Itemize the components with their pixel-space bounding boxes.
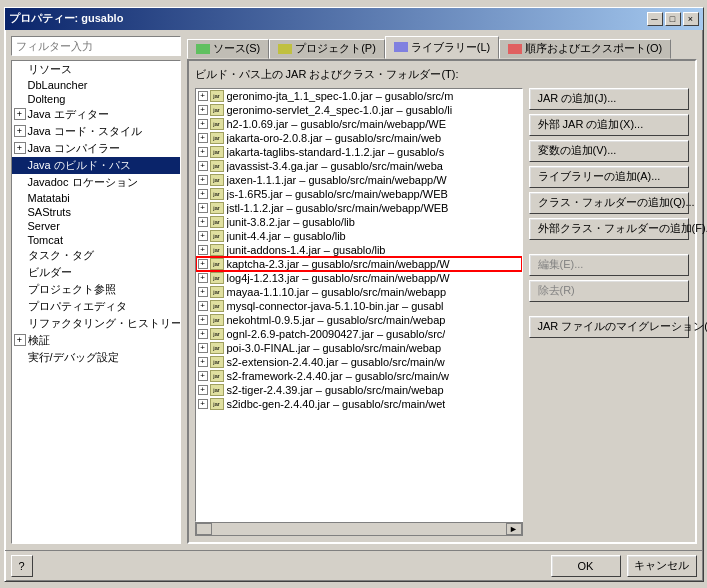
expander-icon[interactable]: +: [14, 334, 26, 346]
close-button[interactable]: ×: [683, 12, 699, 26]
jar-item[interactable]: + jar mayaa-1.1.10.jar – gusablo/src/mai…: [196, 285, 522, 299]
tab-icon: [394, 42, 408, 52]
remove-button[interactable]: 除去(R): [529, 280, 689, 302]
tree-item-resources[interactable]: リソース: [12, 61, 180, 78]
tree-item-project-ref[interactable]: プロジェクト参照: [12, 281, 180, 298]
jar-expander[interactable]: +: [198, 217, 208, 227]
jar-item[interactable]: + jar s2idbc-gen-2.4.40.jar – gusablo/sr…: [196, 397, 522, 411]
jar-expander[interactable]: +: [198, 105, 208, 115]
jar-item[interactable]: + jar geronimo-jta_1.1_spec-1.0.jar – gu…: [196, 89, 522, 103]
filter-input[interactable]: [11, 36, 181, 56]
cancel-button[interactable]: キャンセル: [627, 555, 697, 577]
jar-item[interactable]: + jar junit-addons-1.4.jar – gusablo/lib: [196, 243, 522, 257]
jar-item[interactable]: + jar junit-4.4.jar – gusablo/lib: [196, 229, 522, 243]
maximize-button[interactable]: □: [665, 12, 681, 26]
tree-item-javadoc[interactable]: Javadoc ロケーション: [12, 174, 180, 191]
jar-expander[interactable]: +: [198, 133, 208, 143]
tree-item-java-compiler[interactable]: +Java コンパイラー: [12, 140, 180, 157]
expander-icon[interactable]: +: [14, 125, 26, 137]
jar-expander[interactable]: +: [198, 245, 208, 255]
tree-item-task-tag[interactable]: タスク・タグ: [12, 247, 180, 264]
tree-item-dblauncher[interactable]: DbLauncher: [12, 78, 180, 92]
jar-expander[interactable]: +: [198, 399, 208, 409]
horizontal-scrollbar[interactable]: ►: [195, 522, 523, 536]
help-button[interactable]: ?: [11, 555, 33, 577]
tree-item-test[interactable]: +検証: [12, 332, 180, 349]
jar-item[interactable]: + jar javassist-3.4.ga.jar – gusablo/src…: [196, 159, 522, 173]
add-external-class-folder-button[interactable]: 外部クラス・フォルダーの追加(F)...: [529, 218, 689, 240]
jar-item[interactable]: + jar jaxen-1.1.1.jar – gusablo/src/main…: [196, 173, 522, 187]
add-class-folder-button[interactable]: クラス・フォルダーの追加(Q)...: [529, 192, 689, 214]
jar-item[interactable]: + jar s2-extension-2.4.40.jar – gusablo/…: [196, 355, 522, 369]
add-variable-button[interactable]: 変数の追加(V)...: [529, 140, 689, 162]
tree-item-builder[interactable]: ビルダー: [12, 264, 180, 281]
add-library-button[interactable]: ライブラリーの追加(A)...: [529, 166, 689, 188]
tab-project[interactable]: プロジェクト(P): [269, 39, 385, 59]
jar-list-area: + jar geronimo-jta_1.1_spec-1.0.jar – gu…: [195, 88, 689, 536]
expander-icon[interactable]: +: [14, 108, 26, 120]
jar-item[interactable]: + jar jakarta-oro-2.0.8.jar – gusablo/sr…: [196, 131, 522, 145]
tree-item-java-build-path[interactable]: Java のビルド・パス: [12, 157, 180, 174]
jar-expander[interactable]: +: [198, 91, 208, 101]
add-jar-button[interactable]: JAR の追加(J)...: [529, 88, 689, 110]
jar-expander[interactable]: +: [198, 371, 208, 381]
jar-expander[interactable]: +: [198, 119, 208, 129]
jar-item[interactable]: + jar nekohtml-0.9.5.jar – gusablo/src/m…: [196, 313, 522, 327]
jar-item[interactable]: + jar poi-3.0-FINAL.jar – gusablo/src/ma…: [196, 341, 522, 355]
tree-item-server[interactable]: Server: [12, 219, 180, 233]
jar-expander[interactable]: +: [198, 315, 208, 325]
jar-expander[interactable]: +: [198, 329, 208, 339]
jar-expander[interactable]: +: [198, 301, 208, 311]
jar-icon: jar: [210, 104, 224, 116]
jar-expander[interactable]: +: [198, 231, 208, 241]
jar-expander[interactable]: +: [198, 175, 208, 185]
jar-list[interactable]: + jar geronimo-jta_1.1_spec-1.0.jar – gu…: [195, 88, 523, 522]
jar-item[interactable]: + jar junit-3.8.2.jar – gusablo/lib: [196, 215, 522, 229]
jar-item[interactable]: + jar jstl-1.1.2.jar – gusablo/src/main/…: [196, 201, 522, 215]
tab-order[interactable]: 順序およびエクスポート(O): [499, 39, 671, 59]
jar-item[interactable]: + jar geronimo-servlet_2.4_spec-1.0.jar …: [196, 103, 522, 117]
expander-icon[interactable]: +: [14, 142, 26, 154]
tree-item-label: リソース: [28, 62, 72, 77]
tab-libraries[interactable]: ライブラリー(L): [385, 36, 499, 59]
jar-item[interactable]: + jar s2-framework-2.4.40.jar – gusablo/…: [196, 369, 522, 383]
jar-item[interactable]: + jar jakarta-taglibs-standard-1.1.2.jar…: [196, 145, 522, 159]
jar-expander[interactable]: +: [198, 357, 208, 367]
tree-item-dolteng[interactable]: Dolteng: [12, 92, 180, 106]
tree-item-property-editor[interactable]: プロパティエディタ: [12, 298, 180, 315]
jar-expander[interactable]: +: [198, 189, 208, 199]
jar-expander[interactable]: +: [198, 259, 208, 269]
tree-item-java-editor[interactable]: +Java エディター: [12, 106, 180, 123]
jar-label: s2-framework-2.4.40.jar – gusablo/src/ma…: [227, 370, 450, 382]
jar-item[interactable]: + jar mysql-connector-java-5.1.10-bin.ja…: [196, 299, 522, 313]
tree-item-label: Java コード・スタイル: [28, 124, 142, 139]
add-external-jar-button[interactable]: 外部 JAR の追加(X)...: [529, 114, 689, 136]
jar-item[interactable]: + jar ognl-2.6.9-patch-20090427.jar – gu…: [196, 327, 522, 341]
jar-item[interactable]: + jar s2-tiger-2.4.39.jar – gusablo/src/…: [196, 383, 522, 397]
jar-item[interactable]: + jar log4j-1.2.13.jar – gusablo/src/mai…: [196, 271, 522, 285]
jar-expander[interactable]: +: [198, 203, 208, 213]
tree-item-java-code-style[interactable]: +Java コード・スタイル: [12, 123, 180, 140]
jar-item[interactable]: + jar h2-1.0.69.jar – gusablo/src/main/w…: [196, 117, 522, 131]
jar-expander[interactable]: +: [198, 273, 208, 283]
jar-expander[interactable]: +: [198, 385, 208, 395]
tree-item-sastruts[interactable]: SAStruts: [12, 205, 180, 219]
tree-item-run-debug[interactable]: 実行/デバッグ設定: [12, 349, 180, 366]
jar-label: poi-3.0-FINAL.jar – gusablo/src/main/web…: [227, 342, 442, 354]
jar-item[interactable]: + jar js-1.6R5.jar – gusablo/src/main/we…: [196, 187, 522, 201]
jar-expander[interactable]: +: [198, 147, 208, 157]
edit-button[interactable]: 編集(E)...: [529, 254, 689, 276]
tree-panel[interactable]: リソースDbLauncherDolteng+Java エディター+Java コー…: [11, 60, 181, 544]
jar-expander[interactable]: +: [198, 161, 208, 171]
tab-source[interactable]: ソース(S): [187, 39, 270, 59]
tree-item-matatabi[interactable]: Matatabi: [12, 191, 180, 205]
ok-button[interactable]: OK: [551, 555, 621, 577]
jar-item[interactable]: + jar kaptcha-2.3.jar – gusablo/src/main…: [196, 257, 522, 271]
tree-item-refactoring[interactable]: リファクタリング・ヒストリー: [12, 315, 180, 332]
jar-icon: jar: [210, 216, 224, 228]
jar-expander[interactable]: +: [198, 287, 208, 297]
jar-expander[interactable]: +: [198, 343, 208, 353]
minimize-button[interactable]: ─: [647, 12, 663, 26]
tree-item-tomcat[interactable]: Tomcat: [12, 233, 180, 247]
migrate-button[interactable]: JAR ファイルのマイグレーション(M)...: [529, 316, 689, 338]
